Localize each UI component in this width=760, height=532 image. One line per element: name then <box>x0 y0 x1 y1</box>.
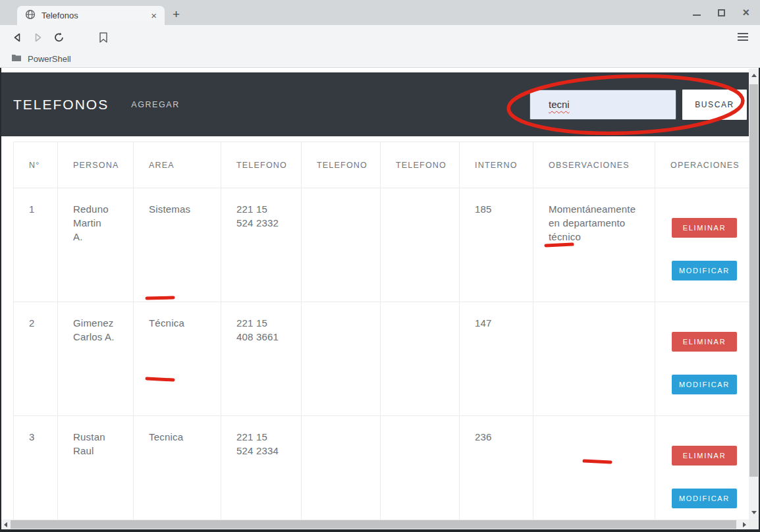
folder-icon <box>11 53 22 65</box>
eliminar-button[interactable]: ELIMINAR <box>672 446 737 466</box>
cell-telefono-1: 221 15 524 2334 <box>221 416 302 530</box>
modificar-button[interactable]: MODIFICAR <box>672 261 737 280</box>
modificar-button[interactable]: MODIFICAR <box>672 489 737 508</box>
cell-persona: Rustan Raul <box>58 416 134 530</box>
new-tab-button[interactable]: + <box>173 8 180 21</box>
cell-observaciones: Momentáneamente en departamento técnico <box>533 188 655 302</box>
search-input[interactable]: tecni <box>529 90 676 120</box>
col-header-telefono-3: TELEFONO <box>381 142 460 188</box>
window-bottom-edge <box>0 529 760 532</box>
nav-link-agregar[interactable]: AGREGAR <box>131 100 180 109</box>
cell-n: 2 <box>14 302 58 416</box>
app-brand[interactable]: TELEFONOS <box>13 97 109 113</box>
cell-area: Sistemas <box>134 188 221 302</box>
cell-observaciones <box>533 302 655 416</box>
horizontal-scrollbar-thumb[interactable] <box>11 520 736 529</box>
modificar-button[interactable]: MODIFICAR <box>672 375 737 394</box>
cell-n: 1 <box>14 188 58 302</box>
col-header-persona: PERSONA <box>58 142 134 188</box>
tab-title: Telefonos <box>41 11 148 20</box>
scrollbar-corner <box>749 519 759 529</box>
cell-area: Técnica <box>134 302 221 416</box>
vertical-scrollbar-thumb[interactable] <box>749 84 758 477</box>
cell-persona: Gimenez Carlos A. <box>58 302 134 416</box>
cell-persona: Reduno Martin A. <box>58 188 134 302</box>
tab-close-icon[interactable]: × <box>148 10 159 21</box>
window-close-button[interactable]: × <box>742 8 749 17</box>
table-header-row: N° PERSONA AREA TELEFONO TELEFONO TELEFO… <box>14 142 749 188</box>
globe-icon <box>25 9 36 22</box>
cell-telefono-3 <box>381 188 460 302</box>
col-header-operaciones: OPERACIONES <box>655 142 749 188</box>
horizontal-scrollbar[interactable] <box>1 519 749 529</box>
phones-table: N° PERSONA AREA TELEFONO TELEFONO TELEFO… <box>13 142 749 532</box>
cell-operaciones: ELIMINAR MODIFICAR <box>655 302 749 416</box>
cell-telefono-2 <box>302 416 381 530</box>
col-header-area: AREA <box>134 142 221 188</box>
browser-tab[interactable]: Telefonos × <box>17 6 165 25</box>
eliminar-button[interactable]: ELIMINAR <box>672 332 737 352</box>
table-row: 2 Gimenez Carlos A. Técnica 221 15 408 3… <box>14 302 749 416</box>
vertical-scrollbar[interactable] <box>749 68 759 519</box>
browser-toolbar: ! localhost :3000/find <box>0 25 760 50</box>
window-minimize-button[interactable] <box>693 14 701 16</box>
cell-operaciones: ELIMINAR MODIFICAR <box>655 416 749 530</box>
app-navbar: TELEFONOS AGREGAR tecni BUSCAR <box>1 72 759 136</box>
cell-telefono-1: 221 15 524 2332 <box>221 188 302 302</box>
scroll-down-icon[interactable] <box>751 511 757 514</box>
table-row: 1 Reduno Martin A. Sistemas 221 15 524 2… <box>14 188 749 302</box>
col-header-observaciones: OBSERVACIONES <box>533 142 655 188</box>
col-header-telefono-2: TELEFONO <box>302 142 381 188</box>
scroll-left-icon[interactable] <box>4 522 7 527</box>
bookmarks-bar: PowerShell <box>0 50 760 68</box>
browser-tab-strip: Telefonos × + × <box>0 0 760 25</box>
cell-interno: 185 <box>460 188 533 302</box>
bookmark-item-powershell[interactable]: PowerShell <box>28 54 71 64</box>
cell-telefono-1: 221 15 408 3661 <box>221 302 302 416</box>
back-icon[interactable] <box>9 30 25 45</box>
cell-observaciones <box>533 416 655 530</box>
cell-n: 3 <box>14 416 58 530</box>
bookmark-icon[interactable] <box>95 30 111 45</box>
reload-icon[interactable] <box>51 30 67 45</box>
scroll-up-icon[interactable] <box>751 74 757 77</box>
menu-icon[interactable] <box>738 33 748 41</box>
eliminar-button[interactable]: ELIMINAR <box>672 218 737 238</box>
search-input-value: tecni <box>549 99 570 110</box>
col-header-interno: INTERNO <box>460 142 533 188</box>
cell-telefono-3 <box>381 416 460 530</box>
cell-telefono-2 <box>302 188 381 302</box>
cell-telefono-2 <box>302 302 381 416</box>
cell-interno: 147 <box>460 302 533 416</box>
page-content: TELEFONOS AGREGAR tecni BUSCAR N° PERSON… <box>0 68 760 532</box>
table-row: 3 Rustan Raul Tecnica 221 15 524 2334 23… <box>14 416 749 530</box>
cell-area: Tecnica <box>134 416 221 530</box>
col-header-telefono-1: TELEFONO <box>221 142 302 188</box>
cell-interno: 236 <box>460 416 533 530</box>
buscar-button[interactable]: BUSCAR <box>682 90 747 120</box>
scroll-right-icon[interactable] <box>743 522 746 527</box>
cell-operaciones: ELIMINAR MODIFICAR <box>655 188 749 302</box>
col-header-n: N° <box>14 142 58 188</box>
forward-icon[interactable] <box>30 30 46 45</box>
cell-telefono-3 <box>381 302 460 416</box>
window-maximize-button[interactable] <box>718 9 725 16</box>
